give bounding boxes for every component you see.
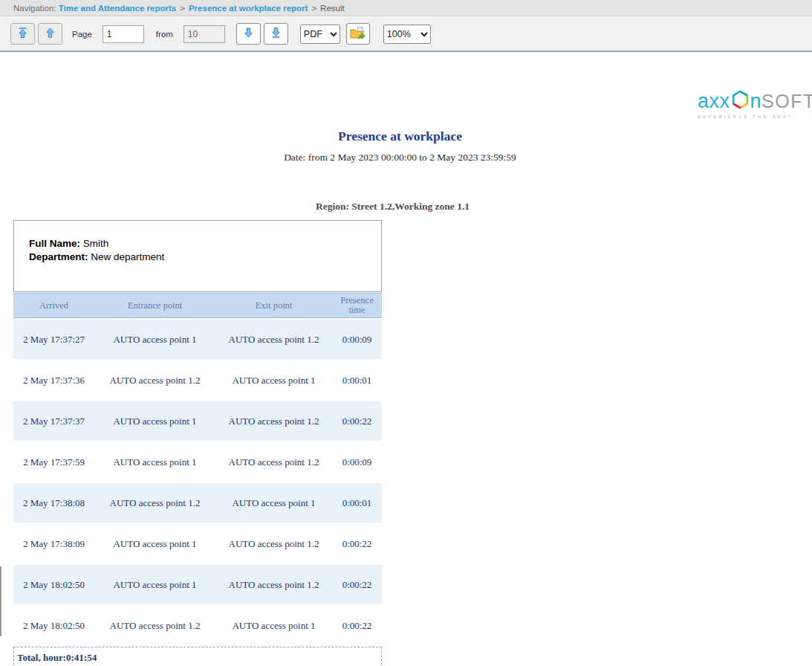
- logo-text-n: n: [750, 91, 762, 111]
- report-toolbar: Page from PDF 100%: [0, 17, 812, 52]
- table-cell-arrived: 2 May 17:37:36: [13, 361, 94, 400]
- table-cell-arrived: 2 May 17:38:08: [13, 483, 94, 523]
- export-button[interactable]: [346, 23, 370, 45]
- arrow-up-icon: [45, 27, 56, 41]
- first-page-button[interactable]: [10, 23, 35, 45]
- table-cell-arrived: 2 May 18:02:50: [13, 565, 94, 604]
- table-cell-entrance-point: AUTO access point 1: [94, 401, 215, 441]
- table-cell-exit-point: AUTO access point 1.2: [215, 524, 332, 563]
- full-name-value: Smith: [83, 238, 109, 249]
- table-cell-exit-point: AUTO access point 1: [215, 606, 332, 645]
- table-cell-exit-point: AUTO access point 1.2: [215, 442, 332, 482]
- table-cell-arrived: 2 May 17:37:59: [13, 442, 94, 482]
- from-label: from: [156, 30, 173, 39]
- breadcrumb-current: Result: [320, 4, 345, 13]
- breadcrumb: Navigation: Time and Attendance reports …: [0, 0, 812, 16]
- logo-text-soft: SOFT: [761, 91, 812, 111]
- table-cell-entrance-point: AUTO access point 1: [94, 320, 215, 359]
- table-row: 2 May 17:38:08 AUTO access point 1.2 AUT…: [13, 482, 382, 523]
- table-cell-presence-time: 0:00:01: [332, 483, 382, 523]
- table-cell-entrance-point: AUTO access point 1: [94, 524, 215, 563]
- full-name-label: Full Name:: [29, 238, 80, 249]
- department-label: Department:: [29, 251, 88, 262]
- employee-department-line: Department: New department: [29, 250, 381, 264]
- column-header-exit-point: Exit point: [215, 294, 332, 317]
- employee-info-box: Full Name: Smith Department: New departm…: [13, 220, 382, 292]
- last-page-button[interactable]: [264, 23, 288, 45]
- table-cell-arrived: 2 May 17:37:37: [13, 401, 94, 441]
- column-header-entrance-point: Entrance point: [94, 294, 215, 317]
- logo-hexagon-icon: [731, 90, 750, 112]
- arrow-down-to-bar-icon: [270, 27, 282, 41]
- next-page-button[interactable]: [236, 23, 261, 45]
- total-pages-input: [183, 25, 225, 43]
- column-header-arrived: Arrived: [13, 294, 94, 317]
- table-cell-entrance-point: AUTO access point 1.2: [94, 483, 215, 523]
- axxonsoft-logo: axx n SOFT EXPERIENCE THE NEXT: [698, 90, 811, 119]
- report-date-range: Date: from 2 May 2023 00:00:00 to 2 May …: [0, 152, 800, 164]
- export-folder-icon: [350, 27, 366, 42]
- breadcrumb-label: Navigation:: [13, 4, 56, 13]
- table-cell-arrived: 2 May 18:02:50: [13, 606, 94, 645]
- table-cell-presence-time: 0:00:22: [332, 524, 382, 563]
- table-cell-entrance-point: AUTO access point 1: [94, 442, 215, 482]
- table-cell-entrance-point: AUTO access point 1.2: [94, 606, 215, 645]
- zoom-select[interactable]: 100%: [383, 25, 431, 44]
- table-cell-exit-point: AUTO access point 1.2: [215, 565, 332, 604]
- logo-tagline: EXPERIENCE THE NEXT: [698, 114, 811, 119]
- table-row: 2 May 17:37:37 AUTO access point 1 AUTO …: [13, 400, 382, 441]
- table-row: 2 May 17:37:27 AUTO access point 1 AUTO …: [13, 318, 382, 359]
- table-cell-presence-time: 0:00:22: [332, 606, 382, 645]
- table-cell-exit-point: AUTO access point 1: [215, 483, 332, 523]
- table-cell-entrance-point: AUTO access point 1.2: [94, 361, 215, 400]
- table-cell-presence-time: 0:00:09: [332, 442, 382, 482]
- table-cell-exit-point: AUTO access point 1.2: [215, 401, 332, 441]
- presence-table: Arrived Entrance point Exit point Presen…: [13, 293, 382, 666]
- column-header-presence-time: Presence time: [332, 294, 382, 317]
- table-row: 2 May 18:02:50 AUTO access point 1 AUTO …: [13, 563, 382, 604]
- total-row: Total, hour:0:41:54: [13, 647, 382, 666]
- report-region: Region: Street 1.2,Working zone 1.1: [0, 201, 785, 213]
- page-number-input[interactable]: [103, 25, 144, 43]
- table-body: 2 May 17:37:27 AUTO access point 1 AUTO …: [13, 318, 382, 645]
- department-value: New department: [91, 251, 164, 262]
- export-format-select[interactable]: PDF: [300, 25, 340, 44]
- table-cell-entrance-point: AUTO access point 1: [94, 565, 215, 604]
- previous-page-button[interactable]: [38, 23, 62, 45]
- breadcrumb-separator: >: [176, 4, 189, 13]
- table-row: 2 May 17:37:36 AUTO access point 1.2 AUT…: [13, 359, 382, 400]
- table-row: 2 May 18:02:50 AUTO access point 1.2 AUT…: [13, 604, 382, 645]
- breadcrumb-link-presence-report[interactable]: Presence at workplace report: [189, 4, 308, 13]
- table-row: 2 May 17:38:09 AUTO access point 1 AUTO …: [13, 523, 382, 563]
- table-header-row: Arrived Entrance point Exit point Presen…: [13, 293, 382, 318]
- table-cell-presence-time: 0:00:09: [332, 320, 382, 359]
- table-cell-presence-time: 0:00:22: [332, 565, 382, 604]
- arrow-down-icon: [243, 27, 254, 41]
- arrow-up-to-bar-icon: [17, 27, 28, 41]
- report-title: Presence at workplace: [0, 129, 800, 144]
- table-cell-exit-point: AUTO access point 1.2: [215, 320, 332, 359]
- table-cell-arrived: 2 May 17:38:09: [13, 524, 94, 563]
- table-cell-arrived: 2 May 17:37:27: [13, 320, 94, 359]
- table-cell-presence-time: 0:00:01: [332, 361, 382, 400]
- employee-full-name-line: Full Name: Smith: [29, 237, 381, 250]
- logo-text-axx: axx: [698, 91, 730, 111]
- table-cell-exit-point: AUTO access point 1: [215, 361, 332, 400]
- breadcrumb-separator: >: [308, 4, 320, 13]
- breadcrumb-link-time-attendance-reports[interactable]: Time and Attendance reports: [59, 4, 176, 13]
- table-cell-presence-time: 0:00:22: [332, 401, 382, 441]
- table-row: 2 May 17:37:59 AUTO access point 1 AUTO …: [13, 441, 382, 482]
- left-edge-divider: [0, 566, 1, 636]
- page-label: Page: [72, 30, 92, 39]
